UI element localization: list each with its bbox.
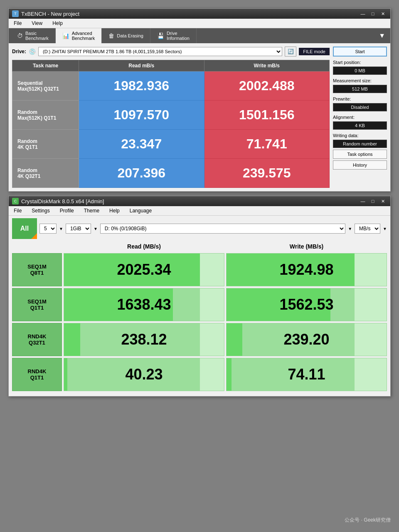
drive-icon-small: 💿	[29, 48, 36, 55]
cdm-results: Read (MB/s) Write (MB/s) SEQ1M Q8T12025.…	[9, 241, 390, 396]
cdm-read-value: 238.12	[121, 331, 167, 348]
cdm-menu-theme[interactable]: Theme	[82, 207, 101, 214]
start-position-value: 0 MB	[333, 66, 387, 75]
measurement-size-label: Measurement size:	[333, 78, 387, 83]
drive-bar: Drive: 💿 (D:) ZHITAI SPIRIT PREMIUM 2TB …	[12, 47, 330, 57]
read-cell: 1982.936	[79, 71, 204, 101]
cdm-write-header: Write (MB/s)	[226, 241, 387, 251]
tab-data-erasing[interactable]: 🗑 Data Erasing	[102, 28, 150, 43]
cdm-all-button[interactable]: All	[12, 218, 37, 239]
write-cell: 1501.156	[204, 101, 330, 130]
cdm-window-controls: — □ ✕	[359, 198, 387, 204]
tab-basic-benchmark[interactable]: ⏱ Basic Benchmark	[10, 28, 56, 43]
cdm-header-row: Read (MB/s) Write (MB/s)	[12, 241, 387, 251]
read-cell: 207.396	[79, 159, 204, 188]
cdm-menu-file[interactable]: File	[12, 207, 23, 214]
writing-data-label: Writing data:	[333, 133, 387, 138]
cdm-minimize-button[interactable]: —	[359, 198, 367, 204]
cdm-size-select[interactable]: 1GiB	[66, 224, 91, 234]
cdm-close-button[interactable]: ✕	[379, 198, 387, 204]
titlebar-left: T TxBENCH - New project	[12, 10, 79, 17]
cdm-count-select[interactable]: 5	[39, 224, 57, 234]
cdm-write-value: 1562.53	[279, 296, 333, 313]
file-mode-button[interactable]: FILE mode	[299, 48, 330, 55]
cdm-menu-language[interactable]: Language	[128, 207, 153, 214]
cdm-menu-profile[interactable]: Profile	[58, 207, 76, 214]
minimize-button[interactable]: —	[359, 10, 367, 17]
tab-drive-information[interactable]: 💾 Drive Information	[150, 28, 197, 43]
cdm-write-value: 239.20	[283, 331, 329, 348]
txbench-main: Drive: 💿 (D:) ZHITAI SPIRIT PREMIUM 2TB …	[9, 43, 390, 191]
cdm-write-value: 74.11	[288, 366, 325, 383]
tab-erase-label: Data Erasing	[117, 33, 143, 38]
menu-file[interactable]: File	[12, 20, 23, 27]
left-panel: Drive: 💿 (D:) ZHITAI SPIRIT PREMIUM 2TB …	[12, 47, 330, 188]
cdm-read-value: 1638.43	[117, 296, 171, 313]
task-cell: Random 4K Q32T1	[12, 159, 79, 188]
cdm-menu-settings[interactable]: Settings	[30, 207, 51, 214]
col-write: Write mB/s	[204, 60, 330, 71]
cdm-label-cell: SEQ1M Q8T1	[12, 253, 62, 286]
cdm-menu-help[interactable]: Help	[108, 207, 121, 214]
cdm-read-value: 2025.34	[117, 261, 171, 278]
unit-dropdown-icon: ▼	[383, 227, 387, 231]
benchmark-table: Task name Read mB/s Write mB/s Sequentia…	[12, 60, 330, 188]
drive-refresh-button[interactable]: 🔄	[285, 47, 296, 57]
start-button[interactable]: Start	[333, 47, 387, 57]
cdm-read-cell: 1638.43	[64, 288, 224, 321]
count-dropdown-icon: ▼	[59, 227, 63, 231]
list-item: RND4K Q1T140.2374.11	[12, 358, 387, 391]
drive-label: Drive:	[12, 49, 26, 54]
write-cell: 71.741	[204, 130, 330, 159]
write-value: 1501.156	[239, 107, 294, 122]
menu-view[interactable]: View	[30, 20, 44, 27]
cdm-write-value: 1924.98	[279, 261, 333, 278]
alignment-value: 4 KB	[333, 121, 387, 130]
write-value: 2002.488	[239, 78, 294, 93]
measurement-size-value: 512 MB	[333, 85, 387, 93]
window-controls: — □ ✕	[359, 10, 387, 17]
cdm-titlebar: C CrystalDiskMark 8.0.5 x64 [Admin] — □ …	[9, 196, 390, 206]
cdm-window: C CrystalDiskMark 8.0.5 x64 [Admin] — □ …	[8, 196, 391, 397]
task-options-button[interactable]: Task options	[333, 150, 387, 159]
read-cell: 23.347	[79, 130, 204, 159]
cdm-unit-select[interactable]: MB/s	[355, 224, 380, 234]
table-row: Random 4K Q32T1207.396239.575	[12, 159, 330, 188]
erase-icon: 🗑	[108, 32, 114, 39]
txbench-tabbar: ⏱ Basic Benchmark 📊 Advanced Benchmark 🗑…	[9, 28, 390, 43]
history-button[interactable]: History	[333, 160, 387, 170]
drive-select[interactable]: (D:) ZHITAI SPIRIT PREMIUM 2TB 1.86 TB (…	[38, 47, 282, 56]
read-value: 1097.570	[114, 107, 169, 122]
txbench-titlebar: T TxBENCH - New project — □ ✕	[9, 9, 390, 19]
cdm-read-value: 40.23	[125, 366, 163, 383]
task-cell: Sequential Max(512K) Q32T1	[12, 71, 79, 101]
cdm-read-header: Read (MB/s)	[64, 241, 224, 251]
read-value: 23.347	[121, 136, 162, 151]
drive-dropdown-icon: ▼	[348, 227, 352, 231]
prewrite-value: Disabled	[333, 103, 387, 111]
write-value: 239.575	[243, 165, 291, 180]
menu-help[interactable]: Help	[51, 20, 64, 27]
read-cell: 1097.570	[79, 101, 204, 130]
cdm-title: CrystalDiskMark 8.0.5 x64 [Admin]	[21, 198, 104, 204]
txbench-icon: T	[12, 10, 19, 17]
table-row: Random 4K Q1T123.34771.741	[12, 130, 330, 159]
close-button[interactable]: ✕	[379, 10, 387, 17]
cdm-label-cell: SEQ1M Q1T1	[12, 288, 62, 321]
start-position-label: Start position:	[333, 60, 387, 65]
cdm-toolbar: All 5 ▼ 1GiB ▼ D: 0% (0/1908GiB) ▼ MB/s …	[9, 216, 390, 241]
tab-dropdown[interactable]: ▼	[375, 28, 389, 43]
tab-advanced-benchmark[interactable]: 📊 Advanced Benchmark	[56, 28, 102, 43]
cdm-write-cell: 74.11	[226, 358, 387, 391]
write-cell: 2002.488	[204, 71, 330, 101]
maximize-button[interactable]: □	[369, 10, 377, 17]
cdm-drive-select[interactable]: D: 0% (0/1908GiB)	[100, 224, 345, 234]
tab-basic-label: Basic Benchmark	[25, 31, 49, 41]
prewrite-label: Prewrite:	[333, 96, 387, 101]
cdm-icon: C	[12, 198, 19, 204]
cdm-read-cell: 2025.34	[64, 253, 224, 286]
read-value: 207.396	[117, 165, 165, 180]
tab-drive-label: Drive Information	[167, 31, 190, 41]
cdm-maximize-button[interactable]: □	[369, 198, 377, 204]
cdm-col-empty	[12, 241, 62, 251]
